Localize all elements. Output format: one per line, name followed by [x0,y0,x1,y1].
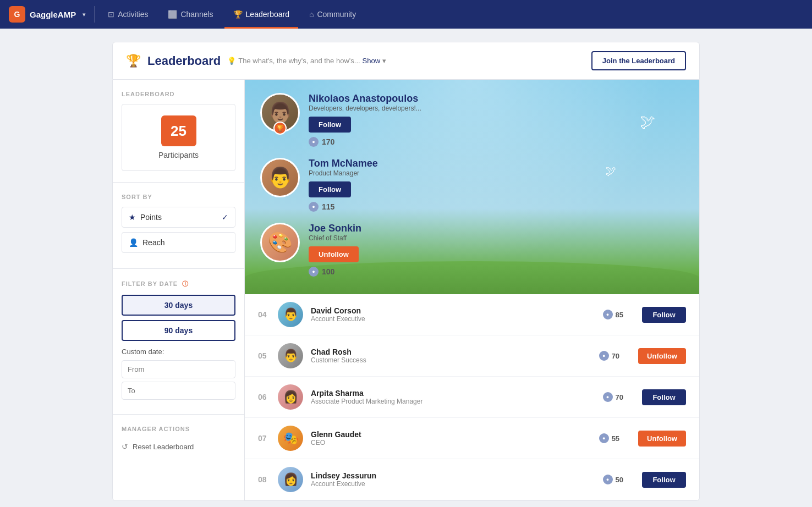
page-title: Leaderboard [147,54,221,68]
join-leaderboard-button[interactable]: Join the Leaderboard [591,51,686,70]
list-info-5: Chad Rosh Customer Success [311,348,591,364]
hero-unfollow-btn-3[interactable]: Unfollow [309,246,359,262]
hero-follow-btn-1[interactable]: Follow [309,117,351,133]
list-avatar-5: 👨 [278,343,303,368]
navbar: G GaggleAMP ▾ ⊡ Activities ⬜ Channels 🏆 … [0,0,812,29]
hero-points-1: ● 170 [309,137,684,147]
list-row-4: 04 👨 David Corson Account Executive ● 85… [245,294,699,335]
points-icon-2: ● [309,202,319,212]
participants-label: Participants [131,151,226,159]
list-info-8: Lindsey Jessurun Account Executive [311,471,595,488]
points-icon-4: ● [603,310,613,319]
list-role-6: Associate Product Marketing Manager [311,398,595,405]
brand-name: GaggleAMP [30,10,76,19]
nav-item-community[interactable]: ⌂ Community [300,0,365,29]
filter-30-button[interactable]: 30 days [122,295,235,316]
activities-icon: ⊡ [108,10,114,19]
points-icon-8: ● [603,475,613,484]
hero-avatar-wrap-3: 🎨 [260,223,300,262]
filter-90-button[interactable]: 90 days [122,320,235,341]
sort-option-reach[interactable]: 👤 Reach [122,232,235,253]
hero-subtitle-1: Developers, developers, developers!... [309,104,684,112]
list-row-7: 07 🎭 Glenn Gaudet CEO ● 55 Unfollow [245,418,699,459]
nav-item-channels[interactable]: ⬜ Channels [159,0,222,29]
list-rank-5: 05 [258,351,270,360]
community-label: Community [317,10,356,19]
list-rank-7: 07 [258,434,270,443]
date-to-input[interactable] [122,382,235,400]
points-icon-3: ● [309,267,319,277]
nav-brand[interactable]: G GaggleAMP ▾ [9,6,95,23]
leaderboard-icon: 🏆 [233,10,243,19]
list-points-4: ● 85 [603,310,623,319]
list-row-8: 08 👩 Lindsey Jessurun Account Executive … [245,459,699,500]
list-points-7: ● 55 [599,433,619,443]
reset-label: Reset Leaderboard [133,443,194,451]
list-role-8: Account Executive [311,480,595,488]
list-avatar-6: 👩 [278,384,303,410]
hero-avatar-wrap-1: 👨🏽 🏆 [260,93,300,133]
bulb-icon: 💡 [227,57,236,65]
points-icon-7: ● [599,433,609,443]
list-follow-btn-8[interactable]: Follow [642,472,686,488]
hero-name-1: Nikolaos Anastopoulos [309,93,684,104]
leaderboard-section-title: LEADERBOARD [122,91,235,97]
list-points-5: ● 70 [599,351,619,361]
hero-name-2: Tom McNamee [309,158,684,169]
sidebar-section-manager: MANAGER ACTIONS ↺ Reset Leaderboard [113,414,244,465]
list-avatar-4: 👨 [278,302,303,327]
channels-icon: ⬜ [168,10,177,19]
date-from-input[interactable] [122,360,235,378]
points-icon-1: ● [309,137,319,147]
nav-item-activities[interactable]: ⊡ Activities [99,0,157,29]
points-icon-5: ● [599,351,609,361]
list-name-5: Chad Rosh [311,348,591,356]
nav-item-leaderboard[interactable]: 🏆 Leaderboard [224,0,298,29]
check-icon: ✓ [222,213,228,222]
list-row-6: 06 👩 Arpita Sharma Associate Product Mar… [245,377,699,418]
channels-label: Channels [180,10,213,19]
sort-option-points[interactable]: ★ Points ✓ [122,207,235,228]
filter-section-title: FILTER BY DATE ⓘ [122,280,235,288]
activities-label: Activities [118,10,148,19]
sidebar-section-filter: FILTER BY DATE ⓘ 30 days 90 days Custom … [113,268,244,414]
participants-count: 25 [161,115,196,146]
hero-avatar-wrap-2: 👨 [260,158,300,197]
main-wrapper: 🏆 Leaderboard 💡 The what's, the why's, a… [103,29,709,507]
content-grid: LEADERBOARD 25 Participants SORT BY ★ Po… [112,80,700,501]
list-follow-btn-4[interactable]: Follow [642,307,686,323]
list-info-6: Arpita Sharma Associate Product Marketin… [311,389,595,405]
list-name-4: David Corson [311,306,595,315]
hero-rank-badge-1: 🏆 [273,122,287,135]
right-panel: 🕊 🕊 👨🏽 🏆 Nikolaos Anastopoulos Developer… [245,80,699,500]
sidebar: LEADERBOARD 25 Participants SORT BY ★ Po… [113,80,245,500]
list-unfollow-btn-5[interactable]: Unfollow [638,348,686,364]
list-role-7: CEO [311,439,591,447]
show-link[interactable]: Show [363,57,381,65]
hero-points-3: ● 100 [309,267,684,277]
list-unfollow-btn-7[interactable]: Unfollow [638,431,686,447]
sort-reach-label: Reach [142,238,164,247]
page-header: 🏆 Leaderboard 💡 The what's, the why's, a… [112,42,700,80]
custom-date-label: Custom date: [122,348,235,356]
list-rank-8: 08 [258,475,270,484]
hero-subtitle-3: Chief of Staff [309,234,684,242]
hero-points-2: ● 115 [309,202,684,212]
list-section: 04 👨 David Corson Account Executive ● 85… [245,294,699,500]
hero-entry-3: 🎨 Joe Sonkin Chief of Staff Unfollow ● 1… [260,223,684,277]
page-header-left: 🏆 Leaderboard 💡 The what's, the why's, a… [126,54,386,68]
reset-leaderboard-action[interactable]: ↺ Reset Leaderboard [122,439,235,454]
person-icon: 👤 [129,238,138,247]
list-follow-btn-6[interactable]: Follow [642,389,686,405]
hero-subtitle-2: Product Manager [309,169,684,177]
chevron-icon: ▾ [382,57,386,65]
hero-info-2: Tom McNamee Product Manager Follow ● 115 [309,158,684,212]
page-subtitle: 💡 The what's, the why's, and the how's..… [227,57,386,65]
points-icon-6: ● [603,392,613,402]
star-icon: ★ [129,213,136,222]
hero-entry-2: 👨 Tom McNamee Product Manager Follow ● 1… [260,158,684,212]
list-points-8: ● 50 [603,475,623,484]
hero-follow-btn-2[interactable]: Follow [309,181,351,197]
sort-points-label: Points [140,213,162,222]
list-avatar-8: 👩 [278,467,303,492]
